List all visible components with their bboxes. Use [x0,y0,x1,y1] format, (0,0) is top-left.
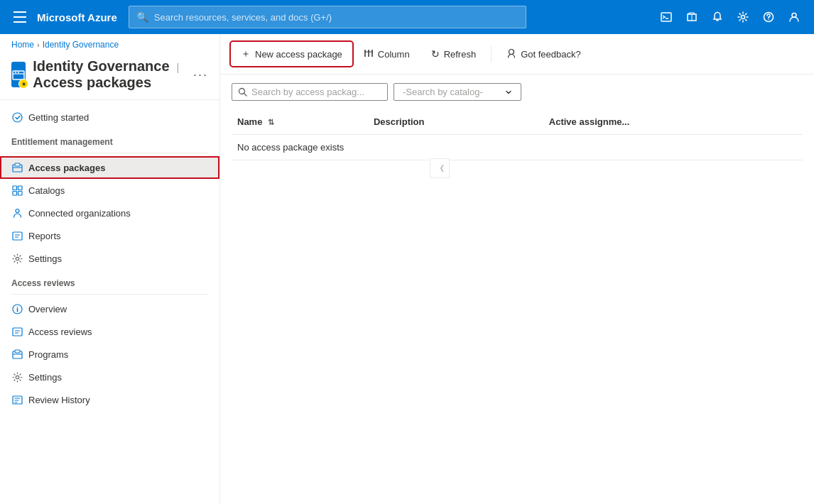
column-icon [364,48,374,60]
entitlement-divider [11,153,208,153]
sidebar-collapse-button[interactable]: 《 [430,158,450,178]
filters-bar: -Search by catalog- [220,75,814,109]
sidebar-item-connected-organizations[interactable]: Connected organizations [0,202,219,224]
content-area: ＋ New access package Column ↻ Refresh [220,34,814,504]
access-packages-label: Access packages [28,163,105,173]
sidebar-item-overview[interactable]: Overview [0,297,219,320]
connected-orgs-icon [11,207,23,219]
svg-point-30 [16,376,18,378]
plus-icon: ＋ [241,48,251,60]
hamburger-menu[interactable] [9,6,31,28]
svg-rect-29 [15,350,20,353]
settings-icon[interactable] [732,6,754,28]
directory-icon[interactable] [680,6,703,28]
sidebar-item-reports[interactable]: Reports [0,224,219,247]
entitlement-section-label: Entitlement management [0,128,219,150]
svg-point-3 [742,16,745,19]
breadcrumb-separator: › [37,40,40,49]
sidebar-item-review-history[interactable]: Review History [0,388,219,411]
feedback-icon [506,48,516,60]
svg-rect-15 [13,191,17,195]
table-empty-row: No access package exists [232,135,803,160]
svg-rect-18 [13,232,22,240]
search-filter-icon [238,87,247,97]
svg-point-10 [13,113,22,122]
access-reviews-section-label: Access reviews [0,270,219,291]
programs-label: Programs [28,349,68,360]
sidebar-item-settings-entitlement[interactable]: Settings [0,247,219,270]
svg-rect-12 [15,163,20,166]
table-header-row: Name ⇅ Description Active assignme... [232,109,803,135]
svg-rect-13 [13,186,17,190]
svg-point-24 [16,306,18,307]
access-reviews-divider [11,294,208,295]
svg-point-9 [18,72,19,73]
column-button[interactable]: Column [354,43,419,65]
access-packages-icon [11,162,23,173]
sidebar-item-catalogs[interactable]: Catalogs [0,179,219,202]
sort-icon-name[interactable]: ⇅ [268,118,274,126]
access-reviews-label: Access reviews [28,327,92,337]
catalogs-label: Catalogs [28,185,65,196]
table-col-description: Description [368,109,543,135]
breadcrumb: Home › Identity Governance [0,34,219,53]
page-header-icon: ★ [11,62,26,87]
programs-icon [11,349,23,360]
page-header-more-button[interactable]: ··· [193,67,208,82]
review-history-label: Review History [28,395,90,405]
terminal-icon[interactable] [655,6,678,28]
page-title-separator: | [176,62,179,73]
getting-started-icon [11,111,23,123]
breadcrumb-home[interactable]: Home [11,40,34,50]
svg-rect-16 [18,191,22,195]
header-icon-badge: ★ [18,79,28,89]
connected-orgs-label: Connected organizations [28,208,131,219]
sidebar-item-settings-reviews[interactable]: Settings [0,366,219,388]
table-col-active-assignments: Active assignme... [543,109,803,135]
help-icon[interactable] [757,6,780,28]
global-search-bar[interactable]: 🔍 [129,6,526,28]
chevron-down-icon [505,89,512,96]
table-col-name[interactable]: Name ⇅ [232,109,368,135]
svg-point-21 [16,257,18,260]
settings-entitlement-icon [11,253,23,264]
empty-message: No access package exists [232,135,803,160]
catalogs-icon [11,185,23,196]
search-input[interactable] [154,12,519,23]
catalog-filter-label: -Search by catalog- [403,87,499,97]
data-table-container: Name ⇅ Description Active assignme... [220,109,814,504]
layout-wrapper: 《 ＋ New access package Column ↻ Refresh [220,34,814,504]
page-header: ★ Identity Governance | Access packages … [0,53,219,100]
sidebar-item-getting-started[interactable]: Getting started [0,106,219,128]
settings-reviews-icon [11,371,23,383]
search-by-package-input[interactable] [251,87,381,97]
sidebar-item-access-reviews[interactable]: Access reviews [0,320,219,343]
sidebar-navigation: Getting started Entitlement management A… [0,100,219,417]
refresh-button[interactable]: ↻ Refresh [422,43,486,65]
page-header-title: Identity Governance | Access packages [33,58,186,91]
svg-rect-0 [661,13,671,21]
bell-icon[interactable] [706,6,729,28]
refresh-icon: ↻ [431,48,440,60]
reports-label: Reports [28,231,61,241]
toolbar: ＋ New access package Column ↻ Refresh [220,34,814,75]
reports-icon [11,230,23,241]
new-access-package-button[interactable]: ＋ New access package [232,43,352,65]
feedback-button[interactable]: Got feedback? [497,43,590,65]
nav-icon-group [655,6,805,28]
sidebar-item-programs[interactable]: Programs [0,343,219,366]
breadcrumb-current: Identity Governance [43,40,119,50]
user-icon[interactable] [783,6,805,28]
svg-rect-25 [13,328,22,336]
svg-point-17 [16,209,19,212]
brand-logo: Microsoft Azure [37,11,117,23]
getting-started-label: Getting started [28,112,89,123]
access-package-search[interactable] [232,83,388,101]
main-layout: Home › Identity Governance ★ Identity Go… [0,34,814,504]
search-icon: 🔍 [136,11,148,23]
svg-point-5 [768,19,769,20]
catalog-filter-dropdown[interactable]: -Search by catalog- [394,83,521,101]
sidebar-item-access-packages[interactable]: Access packages [0,156,219,179]
page-title-main: Identity Governance [33,58,169,74]
review-history-icon [11,394,23,405]
